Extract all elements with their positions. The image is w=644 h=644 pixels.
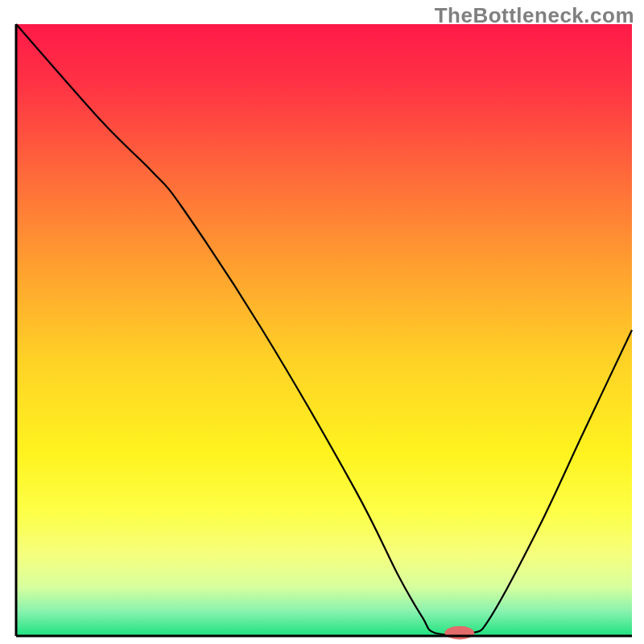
plot-area [16, 24, 632, 640]
gradient-background [16, 24, 632, 636]
bottleneck-chart: TheBottleneck.com [0, 0, 644, 644]
chart-svg [0, 0, 644, 644]
optimal-marker [444, 626, 474, 640]
watermark-text: TheBottleneck.com [435, 3, 634, 28]
